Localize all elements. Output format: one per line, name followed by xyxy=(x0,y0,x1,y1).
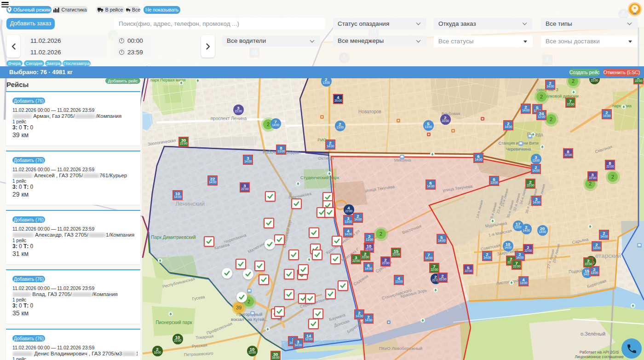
svg-text:Октября: Октября xyxy=(318,156,334,161)
svg-text:ПКиО Левобережный: ПКиО Левобережный xyxy=(379,346,422,351)
svg-text:Пионерский парк: Пионерский парк xyxy=(155,320,192,325)
svg-text:о.Зелёный: о.Зелёный xyxy=(581,331,605,337)
svg-text:Парк Димитриевский: Парк Димитриевский xyxy=(151,235,196,240)
svg-text:вокзал - на Кутей...: вокзал - на Кутей... xyxy=(231,317,268,322)
svg-text:Черевичкина: Черевичкина xyxy=(506,147,531,151)
svg-text:Ленинский: Ленинский xyxy=(175,200,205,207)
svg-text:Студенческий парк: Студенческий парк xyxy=(300,175,339,180)
svg-text:етарский: етарский xyxy=(595,252,621,259)
svg-text:проспект Ленина: проспект Ленина xyxy=(211,116,247,121)
svg-text:Новаторов: Новаторов xyxy=(358,109,381,114)
